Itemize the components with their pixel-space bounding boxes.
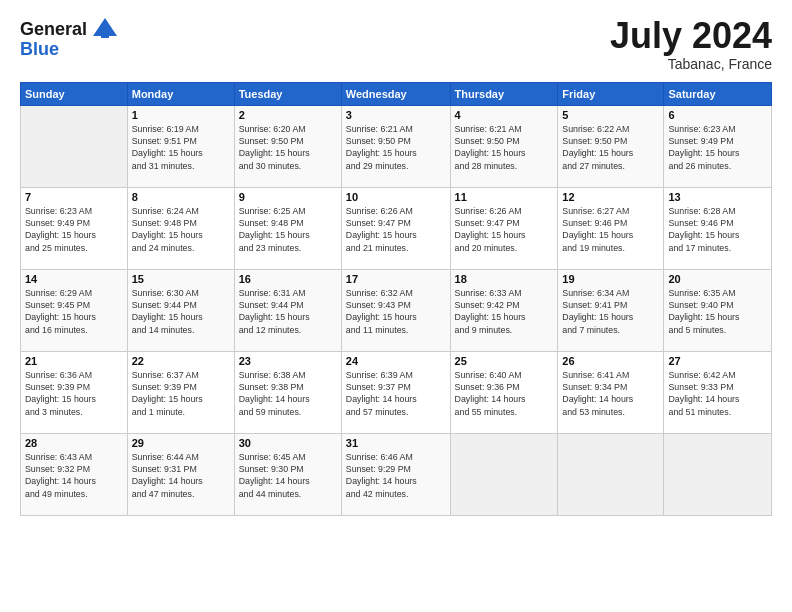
col-saturday: Saturday — [664, 82, 772, 105]
table-row: 10Sunrise: 6:26 AM Sunset: 9:47 PM Dayli… — [341, 187, 450, 269]
table-row: 14Sunrise: 6:29 AM Sunset: 9:45 PM Dayli… — [21, 269, 128, 351]
table-row: 16Sunrise: 6:31 AM Sunset: 9:44 PM Dayli… — [234, 269, 341, 351]
table-row: 5Sunrise: 6:22 AM Sunset: 9:50 PM Daylig… — [558, 105, 664, 187]
table-row: 17Sunrise: 6:32 AM Sunset: 9:43 PM Dayli… — [341, 269, 450, 351]
calendar-week-row: 28Sunrise: 6:43 AM Sunset: 9:32 PM Dayli… — [21, 433, 772, 515]
day-number: 13 — [668, 191, 767, 203]
col-tuesday: Tuesday — [234, 82, 341, 105]
day-detail: Sunrise: 6:35 AM Sunset: 9:40 PM Dayligh… — [668, 287, 767, 336]
day-detail: Sunrise: 6:25 AM Sunset: 9:48 PM Dayligh… — [239, 205, 337, 254]
col-wednesday: Wednesday — [341, 82, 450, 105]
table-row: 4Sunrise: 6:21 AM Sunset: 9:50 PM Daylig… — [450, 105, 558, 187]
day-detail: Sunrise: 6:22 AM Sunset: 9:50 PM Dayligh… — [562, 123, 659, 172]
day-number: 29 — [132, 437, 230, 449]
day-detail: Sunrise: 6:24 AM Sunset: 9:48 PM Dayligh… — [132, 205, 230, 254]
day-detail: Sunrise: 6:21 AM Sunset: 9:50 PM Dayligh… — [455, 123, 554, 172]
table-row: 11Sunrise: 6:26 AM Sunset: 9:47 PM Dayli… — [450, 187, 558, 269]
table-row: 22Sunrise: 6:37 AM Sunset: 9:39 PM Dayli… — [127, 351, 234, 433]
day-number: 14 — [25, 273, 123, 285]
day-detail: Sunrise: 6:32 AM Sunset: 9:43 PM Dayligh… — [346, 287, 446, 336]
day-detail: Sunrise: 6:39 AM Sunset: 9:37 PM Dayligh… — [346, 369, 446, 418]
day-detail: Sunrise: 6:27 AM Sunset: 9:46 PM Dayligh… — [562, 205, 659, 254]
table-row: 19Sunrise: 6:34 AM Sunset: 9:41 PM Dayli… — [558, 269, 664, 351]
day-detail: Sunrise: 6:43 AM Sunset: 9:32 PM Dayligh… — [25, 451, 123, 500]
table-row: 13Sunrise: 6:28 AM Sunset: 9:46 PM Dayli… — [664, 187, 772, 269]
header: General Blue July 2024 Tabanac, France — [20, 16, 772, 72]
col-friday: Friday — [558, 82, 664, 105]
day-detail: Sunrise: 6:37 AM Sunset: 9:39 PM Dayligh… — [132, 369, 230, 418]
table-row — [450, 433, 558, 515]
day-detail: Sunrise: 6:38 AM Sunset: 9:38 PM Dayligh… — [239, 369, 337, 418]
table-row: 7Sunrise: 6:23 AM Sunset: 9:49 PM Daylig… — [21, 187, 128, 269]
day-number: 28 — [25, 437, 123, 449]
day-number: 18 — [455, 273, 554, 285]
table-row: 27Sunrise: 6:42 AM Sunset: 9:33 PM Dayli… — [664, 351, 772, 433]
title-area: July 2024 Tabanac, France — [610, 16, 772, 72]
day-number: 26 — [562, 355, 659, 367]
month-title: July 2024 — [610, 16, 772, 56]
table-row: 23Sunrise: 6:38 AM Sunset: 9:38 PM Dayli… — [234, 351, 341, 433]
table-row: 26Sunrise: 6:41 AM Sunset: 9:34 PM Dayli… — [558, 351, 664, 433]
logo-general: General — [20, 20, 87, 40]
table-row: 9Sunrise: 6:25 AM Sunset: 9:48 PM Daylig… — [234, 187, 341, 269]
logo: General Blue — [20, 16, 119, 60]
calendar-week-row: 7Sunrise: 6:23 AM Sunset: 9:49 PM Daylig… — [21, 187, 772, 269]
day-number: 9 — [239, 191, 337, 203]
calendar: Sunday Monday Tuesday Wednesday Thursday… — [20, 82, 772, 516]
day-detail: Sunrise: 6:26 AM Sunset: 9:47 PM Dayligh… — [346, 205, 446, 254]
table-row — [558, 433, 664, 515]
logo-icon — [91, 16, 119, 44]
day-detail: Sunrise: 6:23 AM Sunset: 9:49 PM Dayligh… — [668, 123, 767, 172]
day-number: 22 — [132, 355, 230, 367]
calendar-header-row: Sunday Monday Tuesday Wednesday Thursday… — [21, 82, 772, 105]
day-number: 27 — [668, 355, 767, 367]
day-number: 24 — [346, 355, 446, 367]
day-number: 2 — [239, 109, 337, 121]
day-number: 1 — [132, 109, 230, 121]
day-detail: Sunrise: 6:46 AM Sunset: 9:29 PM Dayligh… — [346, 451, 446, 500]
day-number: 6 — [668, 109, 767, 121]
day-detail: Sunrise: 6:34 AM Sunset: 9:41 PM Dayligh… — [562, 287, 659, 336]
table-row: 2Sunrise: 6:20 AM Sunset: 9:50 PM Daylig… — [234, 105, 341, 187]
day-number: 3 — [346, 109, 446, 121]
day-number: 25 — [455, 355, 554, 367]
day-detail: Sunrise: 6:45 AM Sunset: 9:30 PM Dayligh… — [239, 451, 337, 500]
day-detail: Sunrise: 6:20 AM Sunset: 9:50 PM Dayligh… — [239, 123, 337, 172]
table-row: 21Sunrise: 6:36 AM Sunset: 9:39 PM Dayli… — [21, 351, 128, 433]
day-number: 12 — [562, 191, 659, 203]
day-number: 16 — [239, 273, 337, 285]
day-detail: Sunrise: 6:36 AM Sunset: 9:39 PM Dayligh… — [25, 369, 123, 418]
table-row: 15Sunrise: 6:30 AM Sunset: 9:44 PM Dayli… — [127, 269, 234, 351]
day-number: 7 — [25, 191, 123, 203]
day-number: 4 — [455, 109, 554, 121]
table-row: 29Sunrise: 6:44 AM Sunset: 9:31 PM Dayli… — [127, 433, 234, 515]
table-row: 31Sunrise: 6:46 AM Sunset: 9:29 PM Dayli… — [341, 433, 450, 515]
day-number: 17 — [346, 273, 446, 285]
day-detail: Sunrise: 6:30 AM Sunset: 9:44 PM Dayligh… — [132, 287, 230, 336]
table-row: 6Sunrise: 6:23 AM Sunset: 9:49 PM Daylig… — [664, 105, 772, 187]
day-detail: Sunrise: 6:26 AM Sunset: 9:47 PM Dayligh… — [455, 205, 554, 254]
day-number: 20 — [668, 273, 767, 285]
day-number: 15 — [132, 273, 230, 285]
table-row: 30Sunrise: 6:45 AM Sunset: 9:30 PM Dayli… — [234, 433, 341, 515]
svg-rect-1 — [101, 30, 109, 38]
location: Tabanac, France — [610, 56, 772, 72]
day-number: 30 — [239, 437, 337, 449]
col-sunday: Sunday — [21, 82, 128, 105]
day-detail: Sunrise: 6:40 AM Sunset: 9:36 PM Dayligh… — [455, 369, 554, 418]
calendar-week-row: 1Sunrise: 6:19 AM Sunset: 9:51 PM Daylig… — [21, 105, 772, 187]
day-detail: Sunrise: 6:42 AM Sunset: 9:33 PM Dayligh… — [668, 369, 767, 418]
col-monday: Monday — [127, 82, 234, 105]
table-row: 20Sunrise: 6:35 AM Sunset: 9:40 PM Dayli… — [664, 269, 772, 351]
table-row: 25Sunrise: 6:40 AM Sunset: 9:36 PM Dayli… — [450, 351, 558, 433]
table-row: 3Sunrise: 6:21 AM Sunset: 9:50 PM Daylig… — [341, 105, 450, 187]
calendar-week-row: 21Sunrise: 6:36 AM Sunset: 9:39 PM Dayli… — [21, 351, 772, 433]
day-detail: Sunrise: 6:23 AM Sunset: 9:49 PM Dayligh… — [25, 205, 123, 254]
day-detail: Sunrise: 6:41 AM Sunset: 9:34 PM Dayligh… — [562, 369, 659, 418]
table-row — [21, 105, 128, 187]
col-thursday: Thursday — [450, 82, 558, 105]
day-number: 19 — [562, 273, 659, 285]
day-number: 5 — [562, 109, 659, 121]
calendar-week-row: 14Sunrise: 6:29 AM Sunset: 9:45 PM Dayli… — [21, 269, 772, 351]
day-detail: Sunrise: 6:29 AM Sunset: 9:45 PM Dayligh… — [25, 287, 123, 336]
